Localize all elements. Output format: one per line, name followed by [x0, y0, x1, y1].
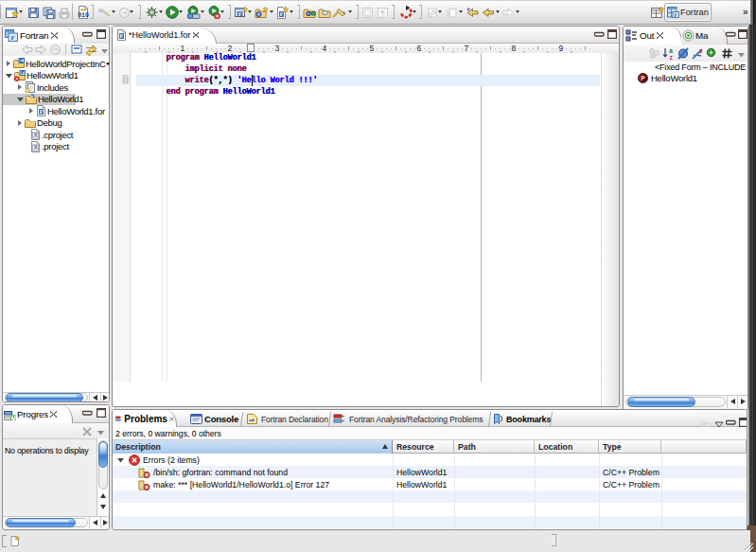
svg-text:F: F [238, 11, 242, 17]
svg-text:a: a [669, 47, 673, 54]
svg-text:F: F [11, 34, 15, 42]
svg-text:010: 010 [78, 12, 89, 19]
svg-text:F: F [40, 108, 44, 115]
svg-text:P: P [642, 75, 646, 81]
svg-text:⇒: ⇒ [249, 417, 255, 424]
svg-text:F: F [120, 32, 124, 39]
svg-text:s: s [699, 47, 703, 54]
svg-text:F: F [280, 11, 284, 17]
svg-text:¶: ¶ [380, 9, 384, 18]
svg-text:z: z [669, 54, 673, 60]
